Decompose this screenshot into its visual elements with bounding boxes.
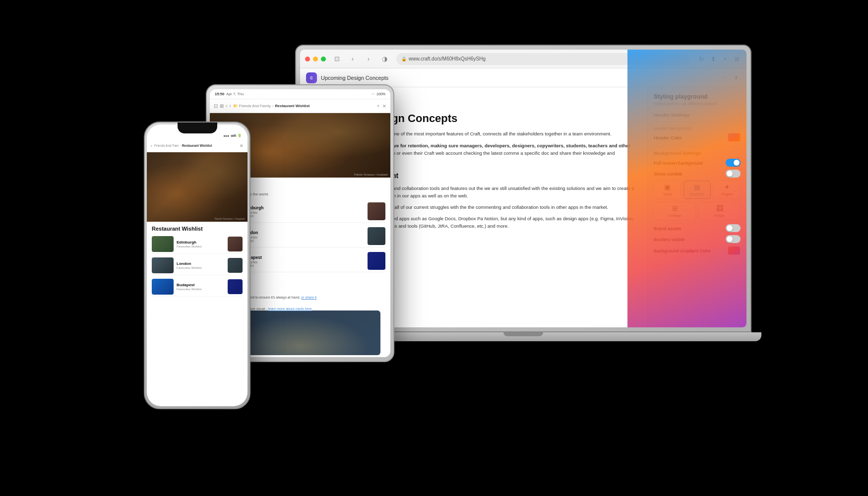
browser-minimize-dot[interactable] bbox=[313, 57, 318, 62]
phone-budapest-mini bbox=[228, 279, 243, 294]
laptop-bg-gradient bbox=[627, 50, 746, 327]
tablet-nav-actions: + ✕ bbox=[377, 104, 386, 109]
phone-edinburgh-mini bbox=[228, 237, 243, 251]
tablet-dots: ··· bbox=[372, 92, 374, 96]
phone-body: ●●● wifi 🔋 ‹ Friends And Fam › Restauran… bbox=[144, 122, 250, 409]
craft-logo-icon: c bbox=[306, 72, 317, 83]
scene: ⊡ ‹ › ◑ 🔒 www.craft.do/s/M60H8xQsH6ySHg … bbox=[112, 25, 756, 471]
tablet-photo-credit: Patrick Tomasso / Unsplash bbox=[354, 173, 388, 176]
phone-london-info: London Favourites Wishlist bbox=[177, 261, 225, 269]
browser-close-dot[interactable] bbox=[305, 57, 310, 62]
budapest-name: Budapest bbox=[243, 255, 365, 260]
tablet-back-btn[interactable]: ‹ bbox=[226, 103, 227, 109]
budapest-info: Budapest FavouritesWishlist bbox=[243, 255, 365, 267]
tablet-nav-icon[interactable]: ⊞ bbox=[220, 103, 224, 109]
phone-section-title: Restaurant Wishlist bbox=[152, 226, 243, 232]
tablet-breadcrumb-1: 📁 bbox=[233, 104, 238, 108]
london-mini-thumb bbox=[368, 227, 385, 245]
phone-screen: ●●● wifi 🔋 ‹ Friends And Fam › Restauran… bbox=[147, 124, 248, 406]
phone-battery: 🔋 bbox=[238, 133, 242, 137]
tablet-breadcrumb-label-2: Restaurant Wishlist bbox=[275, 104, 310, 108]
phone-nav: ‹ Friends And Fam › Restaurant Wishlist … bbox=[147, 139, 248, 152]
phone-hero-overlay bbox=[147, 152, 248, 222]
full-screen-bg-toggle[interactable] bbox=[726, 159, 741, 167]
phone-edinburgh-tags: Favourites Wishlist bbox=[177, 245, 225, 248]
phone-signal: ●●● bbox=[223, 134, 229, 137]
phone-edinburgh-name: Edinburgh bbox=[177, 240, 225, 245]
phone-budapest-tags: Favourites Wishlist bbox=[177, 288, 225, 291]
address-text: www.craft.do/s/M60H8xQsH6ySHg bbox=[409, 56, 486, 62]
phone-close-btn[interactable]: ✕ bbox=[240, 143, 244, 148]
brand-assets-toggle[interactable] bbox=[726, 224, 741, 232]
list-item: London Favourites Wishlist bbox=[152, 256, 243, 275]
borders-visible-toggle[interactable] bbox=[726, 235, 741, 243]
phone-back-btn[interactable]: ‹ bbox=[151, 143, 152, 148]
browser-maximize-dot[interactable] bbox=[321, 57, 326, 62]
tablet-forward-btn[interactable]: › bbox=[229, 103, 231, 109]
phone-budapest-info: Budapest Favourites Wishlist bbox=[177, 283, 225, 291]
browser-reader-btn[interactable]: ◑ bbox=[379, 54, 389, 64]
browser-back-btn[interactable]: ‹ bbox=[348, 54, 358, 64]
tablet-status-right: ··· 100% bbox=[372, 92, 385, 96]
phone-content: Restaurant Wishlist Edinburgh Favourites… bbox=[147, 222, 248, 301]
tablet-status-bar: 15:50 Apr 7, Thu ··· 100% bbox=[210, 89, 390, 99]
phone-wifi: wifi bbox=[231, 134, 236, 137]
phone-budapest-thumb bbox=[152, 279, 174, 295]
edinburgh-tags: FavouritesWishlist bbox=[243, 211, 365, 218]
phone-bc-2: Restaurant Wishlist bbox=[182, 144, 212, 147]
phone: ●●● wifi 🔋 ‹ Friends And Fam › Restauran… bbox=[144, 122, 250, 409]
phone-edinburgh-thumb bbox=[152, 236, 174, 252]
phone-london-name: London bbox=[177, 261, 225, 266]
london-name: London bbox=[243, 230, 365, 235]
tablet-nav-bar: ⊡ ⊞ ‹ › 📁 Friends And Family › Restauran… bbox=[210, 99, 390, 113]
budapest-tags: FavouritesWishlist bbox=[243, 260, 365, 267]
phone-restaurant-list: Edinburgh Favourites Wishlist London Fav… bbox=[152, 235, 243, 297]
phone-hero-image: Patrick Tomasso / Unsplash bbox=[147, 152, 248, 222]
phone-london-tags: Favourites Wishlist bbox=[177, 266, 225, 269]
phone-budapest-name: Budapest bbox=[177, 283, 225, 287]
browser-tab-icon[interactable]: ⊡ bbox=[332, 54, 342, 64]
phone-bc-1: Friends And Fam bbox=[154, 144, 179, 147]
phone-london-mini bbox=[228, 258, 243, 273]
tablet-breadcrumb: 📁 Friends And Family › Restaurant Wishli… bbox=[233, 104, 310, 108]
tablet-time: 15:50 bbox=[215, 92, 224, 96]
tablet-breadcrumb-sep: › bbox=[272, 104, 274, 108]
share-link[interactable]: or share it bbox=[301, 296, 316, 299]
phone-bc-sep: › bbox=[180, 144, 181, 147]
edinburgh-info: Edinburgh FavouritesWishlist bbox=[243, 205, 365, 218]
tablet-close-btn[interactable]: ✕ bbox=[382, 104, 386, 109]
browser-forward-btn[interactable]: › bbox=[364, 54, 373, 64]
edinburgh-mini-thumb bbox=[368, 202, 385, 220]
edinburgh-name: Edinburgh bbox=[243, 205, 365, 210]
learn-more-link[interactable]: learn more about cards here bbox=[268, 307, 312, 310]
laptop-notch bbox=[503, 332, 543, 336]
phone-notch bbox=[178, 123, 217, 133]
london-tags: FavouritesWishlist bbox=[243, 236, 365, 243]
tablet-battery: 100% bbox=[376, 92, 385, 96]
phone-breadcrumb: Friends And Fam › Restaurant Wishlist bbox=[154, 144, 212, 147]
phone-status-right: ●●● wifi 🔋 bbox=[223, 133, 242, 137]
phone-photo-credit: Patrick Tomasso / Unsplash bbox=[214, 217, 245, 220]
phone-edinburgh-info: Edinburgh Favourites Wishlist bbox=[177, 240, 225, 248]
tablet-add-btn[interactable]: + bbox=[377, 104, 379, 109]
tablet-breadcrumb-label-1: Friends And Family bbox=[239, 104, 271, 108]
tablet-craft-icon: ⊡ bbox=[214, 103, 218, 109]
list-item: Edinburgh Favourites Wishlist bbox=[152, 235, 243, 254]
london-info: London FavouritesWishlist bbox=[243, 230, 365, 243]
budapest-mini-thumb bbox=[368, 252, 385, 270]
tablet-date: Apr 7, Thu bbox=[226, 92, 244, 96]
list-item: Budapest Favourites Wishlist bbox=[152, 277, 243, 297]
show-confetti-toggle[interactable] bbox=[726, 170, 741, 178]
address-lock-icon: 🔒 bbox=[401, 57, 407, 62]
phone-london-thumb bbox=[152, 257, 174, 273]
